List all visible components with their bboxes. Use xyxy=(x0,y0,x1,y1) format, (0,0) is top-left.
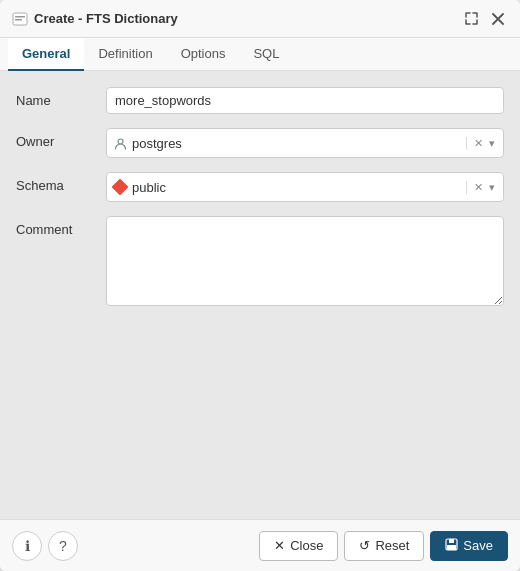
tab-general[interactable]: General xyxy=(8,38,84,71)
tab-sql[interactable]: SQL xyxy=(239,38,293,71)
title-bar: Create - FTS Dictionary xyxy=(0,0,520,38)
reset-icon: ↺ xyxy=(359,538,370,553)
schema-icon xyxy=(113,180,127,194)
name-control xyxy=(106,87,504,114)
comment-label: Comment xyxy=(16,216,106,237)
reset-button[interactable]: ↺ Reset xyxy=(344,531,424,561)
owner-dropdown-button[interactable]: ▾ xyxy=(487,137,497,150)
footer-left: ℹ ? xyxy=(12,531,78,561)
schema-row: Schema public ✕ ▾ xyxy=(16,172,504,202)
name-row: Name xyxy=(16,87,504,114)
title-left: Create - FTS Dictionary xyxy=(12,11,178,27)
save-label: Save xyxy=(463,538,493,553)
schema-dropdown-button[interactable]: ▾ xyxy=(487,181,497,194)
tab-options[interactable]: Options xyxy=(167,38,240,71)
schema-select[interactable]: public ✕ ▾ xyxy=(106,172,504,202)
name-input[interactable] xyxy=(106,87,504,114)
save-button[interactable]: Save xyxy=(430,531,508,561)
owner-value: postgres xyxy=(132,136,182,151)
svg-rect-5 xyxy=(449,539,454,543)
schema-control: public ✕ ▾ xyxy=(106,172,504,202)
name-label: Name xyxy=(16,87,106,108)
comment-input[interactable] xyxy=(106,216,504,306)
dialog-title: Create - FTS Dictionary xyxy=(34,11,178,26)
close-label: Close xyxy=(290,538,323,553)
info-icon: ℹ xyxy=(25,538,30,554)
reset-label: Reset xyxy=(375,538,409,553)
form-area: Name Owner postgres xyxy=(0,71,520,519)
save-icon xyxy=(445,538,458,554)
help-icon: ? xyxy=(59,538,67,554)
tab-definition[interactable]: Definition xyxy=(84,38,166,71)
svg-rect-1 xyxy=(15,16,25,18)
schema-select-actions: ✕ ▾ xyxy=(466,181,497,194)
owner-label: Owner xyxy=(16,128,106,149)
owner-select[interactable]: postgres ✕ ▾ xyxy=(106,128,504,158)
tabs: General Definition Options SQL xyxy=(0,38,520,71)
svg-rect-6 xyxy=(447,545,456,550)
owner-select-inner: postgres xyxy=(113,136,462,151)
expand-button[interactable] xyxy=(461,10,482,27)
svg-point-3 xyxy=(118,139,123,144)
owner-control: postgres ✕ ▾ xyxy=(106,128,504,158)
owner-clear-button[interactable]: ✕ xyxy=(472,137,485,150)
schema-value: public xyxy=(132,180,166,195)
schema-clear-button[interactable]: ✕ xyxy=(472,181,485,194)
close-button[interactable] xyxy=(488,11,508,27)
owner-row: Owner postgres ✕ ▾ xyxy=(16,128,504,158)
owner-select-actions: ✕ ▾ xyxy=(466,137,497,150)
comment-control xyxy=(106,216,504,309)
title-actions xyxy=(461,10,508,27)
comment-row: Comment xyxy=(16,216,504,309)
close-x-icon: ✕ xyxy=(274,538,285,553)
info-button[interactable]: ℹ xyxy=(12,531,42,561)
dialog-icon xyxy=(12,11,28,27)
help-button[interactable]: ? xyxy=(48,531,78,561)
schema-select-inner: public xyxy=(113,180,462,195)
close-action-button[interactable]: ✕ Close xyxy=(259,531,338,561)
footer: ℹ ? ✕ Close ↺ Reset xyxy=(0,519,520,571)
owner-icon xyxy=(113,136,127,150)
schema-label: Schema xyxy=(16,172,106,193)
dialog: Create - FTS Dictionary General Definiti… xyxy=(0,0,520,571)
footer-right: ✕ Close ↺ Reset Save xyxy=(259,531,508,561)
svg-rect-2 xyxy=(15,19,22,21)
